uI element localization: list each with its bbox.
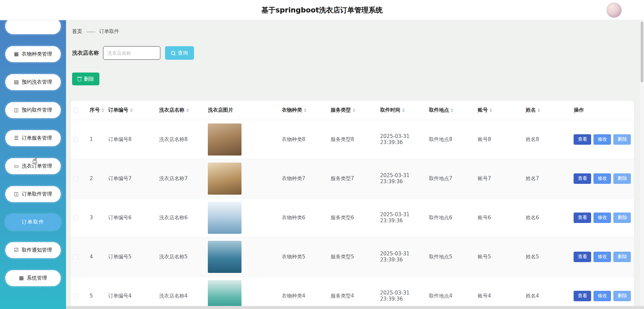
bulk-delete-button[interactable]: 删除 [72, 73, 99, 85]
search-input[interactable] [103, 46, 160, 60]
column-header[interactable]: 服务类型 [328, 101, 378, 120]
column-header[interactable]: 洗衣店名称 [157, 101, 205, 120]
column-header[interactable]: 账号 [475, 101, 523, 120]
sort-arrows-icon[interactable] [101, 108, 104, 112]
sidebar-item-active[interactable]: 订单取件 [5, 214, 61, 230]
cell-clothing-type: 衣物种类8 [279, 120, 328, 159]
sidebar-item-label: 订单取件管理 [22, 191, 52, 197]
column-header[interactable]: 取件时间 [378, 101, 426, 120]
horizontal-scrollbar[interactable] [66, 306, 644, 309]
cell-pickup-location: 取件地点8 [426, 120, 475, 159]
sidebar-item-label: 取件通知管理 [22, 247, 52, 253]
column-header: 洗衣店图片 [205, 101, 279, 120]
sort-arrows-icon[interactable] [353, 108, 355, 112]
sort-arrows-icon[interactable] [130, 108, 133, 112]
trash-icon [77, 77, 82, 81]
query-button-label: 查询 [178, 50, 188, 56]
sidebar-item-label: 预约取件管理 [22, 107, 52, 113]
cell-name: 姓名7 [523, 159, 571, 198]
select-all-cell [71, 101, 87, 120]
edit-button[interactable]: 修改 [593, 291, 611, 301]
cell-clothing-type: 衣物种类7 [279, 159, 328, 198]
sidebar-item[interactable]: ☰订单服务管理 [5, 130, 61, 146]
cell-clothing-type: 衣物种类4 [279, 276, 328, 309]
delete-button[interactable]: 删除 [613, 291, 631, 301]
row-checkbox[interactable] [73, 176, 78, 181]
view-button[interactable]: 查看 [574, 291, 591, 301]
view-button[interactable]: 查看 [574, 213, 591, 223]
sort-arrows-icon[interactable] [186, 108, 189, 112]
cell-pickup-time: 2025-03-31 23:39:36 [378, 159, 426, 198]
vertical-scrollbar[interactable] [640, 20, 644, 309]
row-checkbox[interactable] [73, 137, 78, 142]
delete-button[interactable]: 删除 [613, 213, 631, 223]
search-bar: 洗衣店名称 查询 [72, 46, 640, 60]
view-button[interactable]: 查看 [574, 173, 591, 184]
cell-order-no: 订单编号4 [105, 276, 156, 309]
column-header-label: 账号 [478, 107, 488, 113]
edit-button[interactable]: 修改 [593, 173, 611, 184]
cell-shop-name: 洗衣店名称5 [157, 237, 205, 276]
sidebar-item[interactable]: ◫订单取件管理 [5, 186, 61, 202]
column-header: 操作 [571, 101, 634, 120]
user-avatar[interactable] [606, 2, 622, 18]
shop-image [208, 163, 242, 195]
cell-pickup-location: 取件地点6 [426, 198, 475, 237]
cell-service-type: 服务类型6 [328, 198, 378, 237]
delete-button[interactable]: 删除 [613, 134, 631, 145]
column-header-label: 序号 [90, 107, 100, 113]
row-checkbox[interactable] [73, 294, 78, 299]
cell-shop-image [205, 276, 279, 309]
sidebar-item[interactable] [5, 20, 61, 34]
cell-index: 3 [87, 198, 105, 237]
delete-button[interactable]: 删除 [613, 173, 631, 184]
edit-button[interactable]: 修改 [593, 213, 611, 223]
column-header[interactable]: 衣物种类 [279, 101, 328, 120]
table-card: 序号订单编号洗衣店名称洗衣店图片衣物种类服务类型取件时间取件地点账号姓名操作 1… [71, 101, 634, 309]
sidebar-item-label: 预约洗衣管理 [22, 79, 52, 85]
breadcrumb: 首页 —— 订单取件 [66, 20, 640, 35]
column-header[interactable]: 姓名 [523, 101, 571, 120]
sort-arrows-icon[interactable] [304, 108, 307, 112]
table-row: 5订单编号4洗衣店名称4衣物种类4服务类型42025-03-31 23:39:3… [71, 276, 634, 309]
menu-icon: ▦ [14, 52, 19, 57]
menu-icon: ▭ [14, 164, 19, 169]
delete-button[interactable]: 删除 [613, 252, 631, 262]
sort-arrows-icon[interactable] [538, 108, 540, 112]
cell-order-no: 订单编号6 [105, 198, 156, 237]
cell-clothing-type: 衣物种类5 [279, 237, 328, 276]
row-checkbox[interactable] [73, 255, 78, 259]
view-button[interactable]: 查看 [574, 134, 591, 145]
sidebar-item[interactable]: ◫预约取件管理 [5, 102, 61, 118]
shop-image [208, 123, 242, 156]
column-header[interactable]: 取件地点 [426, 101, 475, 120]
column-header-label: 衣物种类 [282, 107, 302, 113]
shop-image [208, 280, 242, 309]
search-label: 洗衣店名称 [72, 50, 99, 57]
view-button[interactable]: 查看 [574, 252, 591, 262]
menu-icon: ◫ [14, 108, 19, 113]
sidebar-item-label: 衣物种类管理 [22, 51, 52, 57]
breadcrumb-current: 订单取件 [99, 28, 119, 35]
sidebar-item[interactable]: ▤预约洗衣管理 [5, 74, 61, 90]
table-header-row: 序号订单编号洗衣店名称洗衣店图片衣物种类服务类型取件时间取件地点账号姓名操作 [71, 101, 634, 120]
sort-arrows-icon[interactable] [451, 108, 453, 112]
sort-arrows-icon[interactable] [402, 108, 405, 112]
column-header[interactable]: 序号 [87, 101, 105, 120]
column-header[interactable]: 订单编号 [105, 101, 156, 120]
vertical-scrollbar-thumb[interactable] [641, 22, 643, 82]
query-button[interactable]: 查询 [165, 46, 194, 60]
table-body: 1订单编号8洗衣店名称8衣物种类8服务类型82025-03-31 23:39:3… [71, 120, 634, 309]
select-all-checkbox[interactable] [73, 108, 78, 113]
row-checkbox[interactable] [73, 216, 78, 220]
sidebar-item[interactable]: ▦系统管理 [5, 270, 61, 286]
sidebar-item-label: 系统管理 [27, 275, 47, 281]
sidebar-item[interactable]: ▦衣物种类管理 [5, 46, 61, 62]
edit-button[interactable]: 修改 [593, 252, 611, 262]
breadcrumb-home[interactable]: 首页 [72, 28, 82, 35]
sidebar-item[interactable]: ☑取件通知管理 [5, 242, 61, 258]
cell-actions: 查看修改删除 [571, 120, 634, 159]
edit-button[interactable]: 修改 [593, 134, 611, 145]
sort-arrows-icon[interactable] [489, 108, 492, 112]
menu-icon: ☰ [14, 136, 19, 141]
